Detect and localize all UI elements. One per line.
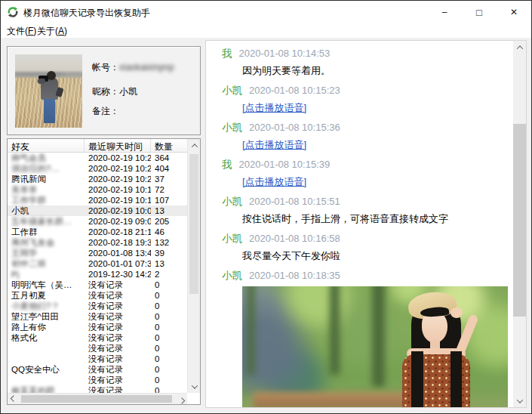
play-voice-link[interactable]: [点击播放语音] xyxy=(242,176,306,187)
column-header-count[interactable]: 数量 xyxy=(151,139,187,152)
nickname-label: 昵称： xyxy=(92,86,119,97)
table-row[interactable]: 美羊羊 2020-02-19 10:1 72 xyxy=(8,184,187,195)
table-row[interactable]: 小凯 2020-02-19 10:0 13 xyxy=(8,205,187,216)
message-count-cell: 37 xyxy=(151,174,187,184)
scrollbar-thumb[interactable] xyxy=(189,154,198,294)
message-count-cell: 13 xyxy=(151,258,187,269)
message-text: 我尽量今天下午发你啦 xyxy=(242,250,340,261)
sender-name: 小凯 xyxy=(222,122,242,133)
message-text: 因为明天要等着用。 xyxy=(242,65,331,76)
menu-item-file[interactable]: 文件(F) xyxy=(7,25,36,38)
table-row[interactable]: 没有记录 0 xyxy=(8,343,187,354)
last-chat-time-cell: 2020-02-19 10:1 xyxy=(85,184,151,195)
chat-message: 小凯2020-01-08 10:15:51 按住说话时，手指上滑，可将语音直接转… xyxy=(222,193,513,225)
message-count-cell: 0 xyxy=(151,332,187,343)
table-vertical-scrollbar[interactable] xyxy=(187,139,200,393)
play-voice-link[interactable]: [点击播放语音] xyxy=(242,102,306,113)
scroll-right-icon[interactable] xyxy=(176,394,187,405)
message-time: 2020-01-08 10:15:39 xyxy=(239,159,331,170)
last-chat-time-cell: 没有记录 xyxy=(85,322,151,332)
scroll-down-icon[interactable] xyxy=(188,380,201,393)
scroll-up-icon[interactable] xyxy=(188,139,201,152)
last-chat-time-cell: 没有记录 xyxy=(85,343,151,354)
friend-name-cell: 初中二班 xyxy=(8,258,85,269)
last-chat-time-cell: 2020-02-18 21:1 xyxy=(85,227,151,237)
last-chat-time-cell: 没有记录 xyxy=(85,301,151,311)
friend-name-cell: 美羊羊 xyxy=(8,184,85,195)
scroll-left-icon[interactable] xyxy=(8,394,19,405)
remark-label: 备注： xyxy=(92,106,119,116)
last-chat-time-cell: 2019-12-30 14:2 xyxy=(85,269,151,280)
table-row[interactable]: 初中二班 2020-01-01 07:3 13 xyxy=(8,258,187,269)
message-count-cell: 0 xyxy=(151,364,187,375)
last-chat-time-cell: 没有记录 xyxy=(85,354,151,364)
friend-name-cell xyxy=(8,354,85,364)
friend-name-cell: 望江亭^田田 xyxy=(8,311,85,322)
message-count-cell: 0 xyxy=(151,354,187,364)
table-row[interactable]: 王同学 2020-01-08 13:4 39 xyxy=(8,248,187,258)
table-row[interactable]: 林某某的群 没有记录 0 xyxy=(8,385,187,393)
sender-name: 小凯 xyxy=(222,233,242,244)
friend-name-cell: 小凯 xyxy=(8,205,85,216)
friend-name-cell: QQ安全中心 xyxy=(8,364,85,375)
message-count-cell: 205 xyxy=(151,216,187,227)
nickname-value: 小凯 xyxy=(119,86,137,97)
friend-name-cell: 王同学 xyxy=(8,248,85,258)
last-chat-time-cell: 没有记录 xyxy=(85,385,151,393)
table-row[interactable]: 帅气会员 2020-02-19 10:2 364 xyxy=(8,153,187,163)
friend-name-cell: 莠州飞友会 xyxy=(8,237,85,248)
table-row[interactable]: 莠州飞友会 2020-02-18 19:3 132 xyxy=(8,237,187,248)
close-button[interactable]: ✕ xyxy=(497,1,531,23)
message-text: 按住说话时，手指上滑，可将语音直接转成文字 xyxy=(242,213,448,224)
column-header-last-chat-time[interactable]: 最近聊天时间 xyxy=(85,139,151,152)
message-count-cell: 107 xyxy=(151,195,187,205)
table-row[interactable]: 工作群 2020-02-18 21:1 46 xyxy=(8,227,187,237)
table-row[interactable]: 五月初夏 没有记录 0 xyxy=(8,290,187,301)
table-row[interactable]: Pj 2019-12-30 14:2 2 xyxy=(8,269,187,280)
table-row[interactable]: 强迫症的?… 2020-02-19 10:2 404 xyxy=(8,163,187,174)
column-header-friend[interactable]: 好友 xyxy=(8,139,85,152)
minimize-button[interactable]: – xyxy=(427,1,462,23)
friends-table-header: 好友 最近聊天时间 数量 xyxy=(8,139,187,153)
last-chat-time-cell: 没有记录 xyxy=(85,375,151,385)
table-horizontal-scrollbar[interactable] xyxy=(8,393,187,404)
table-row[interactable]: 格式化 没有记录 0 xyxy=(8,332,187,343)
message-count-cell: 0 xyxy=(151,290,187,301)
app-window: 楼月微信聊天记录导出恢复助手 – □ ✕ 文件(F) 关于(A) 帐号：xiao… xyxy=(0,0,532,414)
friend-name-cell: 强迫症的?… xyxy=(8,163,85,174)
table-row[interactable]: 路上有你 没有记录 0 xyxy=(8,322,187,332)
chat-messages: 我2020-01-08 10:14:53 因为明天要等着用。 小凯2020-01… xyxy=(206,41,513,407)
last-chat-time-cell: 没有记录 xyxy=(85,364,151,375)
friend-name-cell: 小麦他们?？ xyxy=(8,301,85,311)
table-row[interactable]: 五年级家长群… 2020-02-19 09:0 205 xyxy=(8,216,187,227)
scroll-down-icon[interactable] xyxy=(513,394,526,407)
table-row[interactable]: 腾讯新闻 2020-02-19 10:2 37 xyxy=(8,174,187,184)
table-row[interactable]: 工作学群 2020-02-19 10:1 107 xyxy=(8,195,187,205)
last-chat-time-cell: 2020-02-19 10:2 xyxy=(85,153,151,163)
scrollbar-thumb[interactable] xyxy=(513,124,526,317)
last-chat-time-cell: 2020-02-19 10:1 xyxy=(85,195,151,205)
table-row[interactable]: 没有记录 0 xyxy=(8,354,187,364)
titlebar: 楼月微信聊天记录导出恢复助手 – □ ✕ xyxy=(1,1,531,23)
message-time: 2020-01-08 10:14:53 xyxy=(239,48,331,59)
play-voice-link[interactable]: [点击播放语音] xyxy=(242,139,306,150)
table-row[interactable]: 望江亭^田田 没有记录 0 xyxy=(8,311,187,322)
table-row[interactable]: 小麦他们?？ 没有记录 0 xyxy=(8,301,187,311)
maximize-button[interactable]: □ xyxy=(462,1,497,23)
message-count-cell: 0 xyxy=(151,385,187,393)
table-row[interactable]: 没有记录 0 xyxy=(8,375,187,385)
table-row[interactable]: 明明汽车（吴… 没有记录 0 xyxy=(8,280,187,290)
chat-vertical-scrollbar[interactable] xyxy=(513,41,526,407)
message-count-cell: 13 xyxy=(151,205,187,216)
scroll-up-icon[interactable] xyxy=(513,41,526,54)
chat-panel: 我2020-01-08 10:14:53 因为明天要等着用。 小凯2020-01… xyxy=(205,40,527,408)
message-time: 2020-01-08 10:15:51 xyxy=(249,196,340,207)
message-count-cell: 46 xyxy=(151,227,187,237)
window-title: 楼月微信聊天记录导出恢复助手 xyxy=(23,7,150,20)
message-count-cell: 404 xyxy=(151,163,187,174)
table-row[interactable]: QQ安全中心 没有记录 0 xyxy=(8,364,187,375)
chat-image[interactable] xyxy=(242,286,508,407)
scrollbar-thumb[interactable] xyxy=(21,395,172,403)
friend-name-cell: Pj xyxy=(8,269,85,280)
menu-item-about[interactable]: 关于(A) xyxy=(37,25,67,38)
